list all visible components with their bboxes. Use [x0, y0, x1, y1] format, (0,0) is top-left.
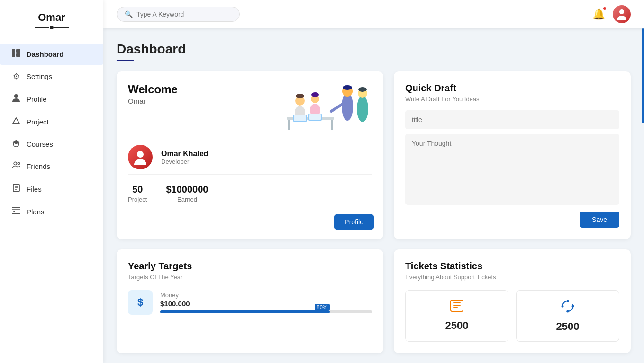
- sidebar-item-dashboard[interactable]: Dashboard: [0, 44, 103, 65]
- svg-point-40: [562, 305, 564, 308]
- sidebar-item-project[interactable]: Project: [0, 111, 103, 133]
- money-dollar-icon: $: [137, 296, 143, 309]
- svg-point-30: [358, 87, 367, 92]
- profile-icon: [11, 94, 21, 105]
- svg-point-6: [18, 162, 19, 164]
- user-role: Developer: [161, 158, 209, 165]
- svg-rect-1: [16, 49, 20, 53]
- welcome-top: Welcome Omar: [128, 83, 372, 130]
- search-bar[interactable]: 🔍: [117, 7, 240, 22]
- sidebar-item-files[interactable]: Files: [0, 178, 103, 200]
- sidebar-label-plans: Plans: [27, 208, 45, 216]
- search-input[interactable]: [136, 10, 231, 18]
- brand-name: Omar: [0, 11, 103, 24]
- stat-projects-label: Project: [128, 196, 147, 203]
- main-area: 🔍 🔔 Dashboard Welcome: [103, 0, 644, 363]
- user-avatar[interactable]: [613, 5, 631, 23]
- svg-point-39: [567, 310, 569, 313]
- welcome-title: Welcome: [128, 83, 178, 96]
- welcome-card: Welcome Omar: [117, 71, 383, 239]
- target-label-money: Money: [160, 292, 372, 299]
- svg-point-37: [567, 300, 569, 302]
- sidebar-nav: Dashboard ⚙ Settings Profile Project: [0, 44, 103, 222]
- svg-point-26: [343, 85, 352, 90]
- sidebar-label-project: Project: [27, 118, 49, 126]
- svg-rect-13: [331, 120, 333, 130]
- draft-thought-textarea[interactable]: [405, 134, 619, 205]
- svg-point-4: [14, 94, 18, 98]
- svg-rect-34: [453, 305, 461, 306]
- svg-rect-35: [453, 307, 458, 308]
- sidebar-label-dashboard: Dashboard: [27, 50, 63, 58]
- svg-rect-0: [12, 49, 15, 53]
- tickets-title: Tickets Statistics: [405, 261, 619, 272]
- draft-title-input[interactable]: [405, 110, 619, 129]
- draft-save-button[interactable]: Save: [580, 212, 619, 228]
- sidebar-item-courses[interactable]: Courses: [0, 133, 103, 155]
- target-item-money: $ Money $100.000 80%: [128, 290, 372, 315]
- stat-earned-label: Earned: [166, 196, 208, 203]
- svg-point-21: [311, 92, 319, 97]
- target-icon-money: $: [128, 290, 153, 315]
- files-icon: [11, 184, 21, 195]
- courses-icon: [11, 139, 21, 149]
- target-value-money: $100.000: [160, 300, 372, 308]
- sidebar-label-courses: Courses: [27, 140, 53, 148]
- svg-rect-3: [16, 53, 20, 57]
- project-icon: [11, 117, 21, 127]
- dashboard-icon: [11, 49, 21, 59]
- money-progress-fill: [160, 310, 330, 313]
- svg-point-36: [562, 301, 573, 311]
- sidebar-item-profile[interactable]: Profile: [0, 88, 103, 110]
- header: 🔍 🔔: [103, 0, 644, 28]
- content-area: Dashboard Welcome Omar: [103, 28, 644, 363]
- yearly-subtitle: Targets Of The Year: [128, 274, 372, 281]
- svg-rect-9: [13, 211, 15, 212]
- svg-point-16: [296, 94, 304, 98]
- sidebar-label-settings: Settings: [27, 72, 52, 80]
- tickets-stats-row: 2500 2500: [405, 290, 619, 342]
- svg-point-31: [137, 151, 144, 158]
- quick-draft-card: Quick Draft Write A Draft For You Ideas …: [394, 71, 631, 239]
- sidebar: Omar Dashboard ⚙ Settings: [0, 0, 103, 363]
- stat-projects: 50 Project: [128, 184, 147, 203]
- user-full-name: Omar Khaled: [161, 150, 209, 158]
- sidebar-item-plans[interactable]: Plans: [0, 201, 103, 222]
- plans-icon: [11, 207, 21, 216]
- notification-bell[interactable]: 🔔: [592, 8, 605, 20]
- ticket-stat-box-1: 2500: [405, 290, 508, 342]
- svg-rect-23: [309, 114, 321, 120]
- sidebar-item-settings[interactable]: ⚙ Settings: [0, 66, 103, 87]
- search-icon: 🔍: [125, 10, 133, 18]
- friends-icon: [11, 161, 21, 171]
- brand: Omar: [0, 0, 103, 34]
- welcome-user-avatar-img: [128, 145, 153, 169]
- svg-rect-33: [453, 302, 461, 303]
- page-title: Dashboard: [117, 42, 631, 57]
- welcome-avatar-row: Omar Khaled Developer: [128, 137, 372, 175]
- yearly-title: Yearly Targets: [128, 261, 372, 272]
- welcome-text: Welcome Omar: [128, 83, 178, 105]
- money-progress-badge: 80%: [315, 304, 330, 310]
- sidebar-label-friends: Friends: [27, 162, 50, 170]
- svg-point-5: [14, 162, 17, 165]
- settings-icon: ⚙: [11, 71, 21, 81]
- bell-badge: [602, 6, 607, 11]
- svg-line-27: [331, 105, 342, 111]
- yearly-targets-card: Yearly Targets Targets Of The Year $ Mon…: [117, 249, 383, 353]
- welcome-stats: 50 Project $1000000 Earned: [128, 181, 372, 205]
- ticket-stat-value-2: 2500: [525, 320, 610, 333]
- stat-projects-value: 50: [128, 184, 147, 195]
- brand-decoration: [0, 26, 103, 29]
- top-cards-row: Welcome Omar: [117, 71, 631, 239]
- welcome-illustration: [277, 83, 372, 130]
- sidebar-label-files: Files: [27, 185, 42, 193]
- sidebar-item-friends[interactable]: Friends: [0, 156, 103, 177]
- svg-rect-8: [12, 207, 20, 214]
- target-info-money: Money $100.000 80%: [160, 292, 372, 313]
- quick-draft-title: Quick Draft: [405, 83, 619, 94]
- ticket-stat-value-1: 2500: [414, 319, 499, 332]
- welcome-user-info: Omar Khaled Developer: [161, 150, 209, 165]
- welcome-profile-button[interactable]: Profile: [334, 214, 374, 230]
- money-progress-bar: 80%: [160, 310, 372, 313]
